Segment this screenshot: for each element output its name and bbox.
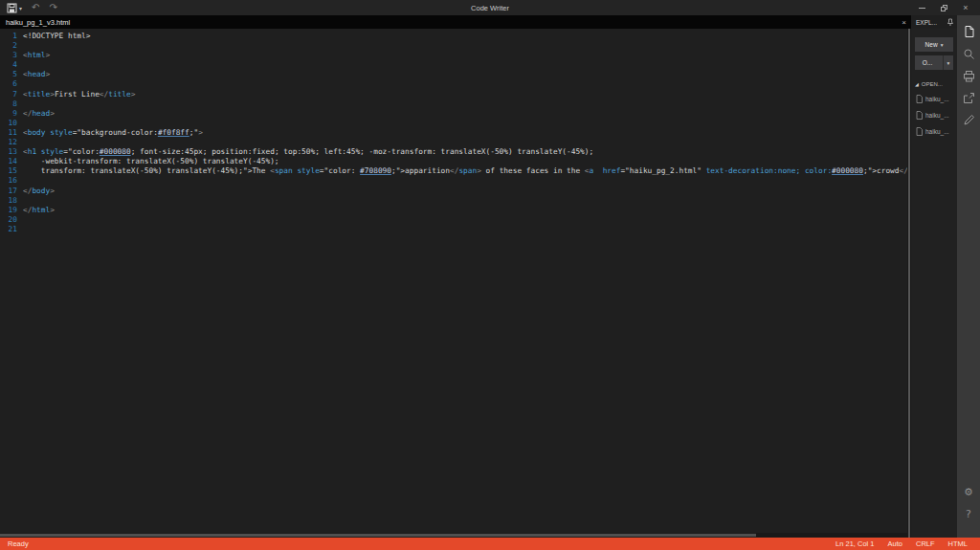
open-file-item[interactable]: haiku_... [911, 91, 957, 107]
print-button[interactable] [960, 67, 977, 84]
open-file-item[interactable]: haiku_... [911, 107, 957, 123]
gear-icon: ⚙ [964, 487, 973, 497]
code-line[interactable]: 10 [0, 119, 907, 128]
code-line[interactable]: 3<html> [0, 51, 907, 60]
status-ready: Ready [0, 539, 29, 548]
line-number: 4 [0, 60, 17, 70]
line-number: 1 [0, 32, 17, 41]
code-text: <!DOCTYPE html> [17, 32, 90, 41]
code-text [17, 196, 23, 206]
save-icon [7, 3, 17, 13]
redo-button[interactable]: ↷ [49, 3, 56, 12]
line-number: 9 [0, 109, 17, 119]
horizontal-scrollbar-thumb[interactable] [0, 534, 756, 537]
tab-bar: haiku_pg_1_v3.html × [0, 15, 911, 29]
open-file-item-label: haiku_... [925, 112, 949, 119]
code-line[interactable]: 5<head> [0, 70, 907, 79]
code-line[interactable]: 14 -webkit-transform: translateX(-50%) t… [0, 157, 907, 166]
line-number: 12 [0, 138, 17, 147]
code-line[interactable]: 18 [0, 196, 907, 206]
code-line[interactable]: 16 [0, 176, 907, 186]
code-text: </html> [17, 206, 55, 215]
settings-button[interactable]: ⚙ [960, 483, 977, 500]
file-icon [916, 95, 923, 103]
code-text: <h1 style="color:#000080; font-size:45px… [17, 147, 593, 157]
language-mode[interactable]: HTML [948, 539, 968, 548]
document-icon [963, 25, 975, 38]
line-number: 6 [0, 79, 17, 89]
code-line[interactable]: 11<body style="background-color:#f0f8ff;… [0, 128, 907, 138]
status-bar: Ready Ln 21, Col 1 Auto CRLF HTML [0, 538, 980, 550]
open-file-button[interactable]: O... ▾ [915, 55, 953, 70]
code-line[interactable]: 9</head> [0, 109, 907, 119]
save-button[interactable]: ▾ [7, 3, 22, 13]
line-number: 2 [0, 41, 17, 51]
close-icon: × [963, 4, 968, 12]
new-file-caret-icon: ▾ [941, 42, 944, 48]
explorer-header-label: EXPL... [916, 19, 937, 26]
file-icon [916, 111, 923, 120]
code-text [17, 79, 23, 89]
code-line[interactable]: 21 [0, 225, 907, 234]
help-button[interactable]: ? [960, 505, 977, 522]
restore-icon [941, 5, 947, 11]
line-number: 16 [0, 176, 17, 186]
share-icon [963, 92, 975, 104]
code-line[interactable]: 7<title>First Line</title> [0, 90, 907, 99]
code-line[interactable]: 4 [0, 60, 907, 70]
code-line[interactable]: 2 [0, 41, 907, 51]
tab-haiku-pg-1-v3[interactable]: haiku_pg_1_v3.html [0, 18, 70, 27]
pin-icon[interactable] [947, 18, 954, 27]
code-text: <html> [17, 51, 50, 60]
code-line[interactable]: 6 [0, 79, 907, 89]
section-expander-icon: ◢ [915, 81, 919, 87]
code-text [17, 99, 23, 109]
search-button[interactable] [960, 45, 977, 62]
open-file-item[interactable]: haiku_... [911, 123, 957, 140]
explorer-panel: EXPL... New ▾ O... ▾ ◢ [911, 15, 957, 538]
open-file-item-label: haiku_... [925, 128, 949, 135]
code-text [17, 41, 23, 51]
restore-button[interactable] [937, 2, 950, 13]
code-editor[interactable]: 1<!DOCTYPE html>23<html>45<head>67<title… [0, 29, 907, 538]
code-text: <head> [17, 70, 50, 79]
cursor-position[interactable]: Ln 21, Col 1 [835, 539, 874, 548]
code-line[interactable]: 1<!DOCTYPE html> [0, 32, 907, 41]
undo-button[interactable]: ↶ [32, 3, 39, 12]
window-title: Code Writer [0, 4, 980, 12]
line-number: 15 [0, 166, 17, 176]
share-button[interactable] [960, 89, 977, 106]
minimize-button[interactable] [915, 2, 928, 13]
line-number: 18 [0, 196, 17, 206]
edit-button[interactable] [960, 111, 977, 128]
tab-close-button[interactable]: × [902, 15, 906, 29]
new-file-button-label: New [925, 41, 938, 48]
code-text: transform: translateX(-50%) translateY(-… [17, 166, 907, 176]
horizontal-scrollbar[interactable] [0, 533, 907, 538]
vertical-scrollbar-thumb[interactable] [908, 29, 910, 538]
open-files-section-label: OPEN... [922, 81, 943, 87]
file-panel-button[interactable] [960, 23, 977, 40]
line-ending-indicator[interactable]: CRLF [916, 539, 935, 548]
line-number: 8 [0, 99, 17, 109]
code-line[interactable]: 15 transform: translateX(-50%) translate… [0, 166, 907, 176]
encoding-indicator[interactable]: Auto [888, 539, 902, 548]
open-files-section-header[interactable]: ◢ OPEN... [911, 70, 957, 91]
new-file-button[interactable]: New ▾ [915, 37, 953, 52]
line-number: 13 [0, 147, 17, 157]
code-line[interactable]: 8 [0, 99, 907, 109]
line-number: 19 [0, 206, 17, 215]
open-file-dropdown[interactable]: ▾ [943, 55, 953, 70]
code-line[interactable]: 19</html> [0, 206, 907, 215]
code-text: <title>First Line</title> [17, 90, 135, 99]
close-button[interactable]: × [959, 2, 972, 13]
code-line[interactable]: 17</body> [0, 187, 907, 196]
line-number: 7 [0, 90, 17, 99]
line-number: 17 [0, 187, 17, 196]
code-line[interactable]: 20 [0, 215, 907, 225]
help-icon: ? [966, 509, 971, 519]
code-line[interactable]: 13<h1 style="color:#000080; font-size:45… [0, 147, 907, 157]
save-caret-icon: ▾ [19, 5, 22, 11]
explorer-header[interactable]: EXPL... [911, 15, 957, 29]
code-line[interactable]: 12 [0, 138, 907, 147]
